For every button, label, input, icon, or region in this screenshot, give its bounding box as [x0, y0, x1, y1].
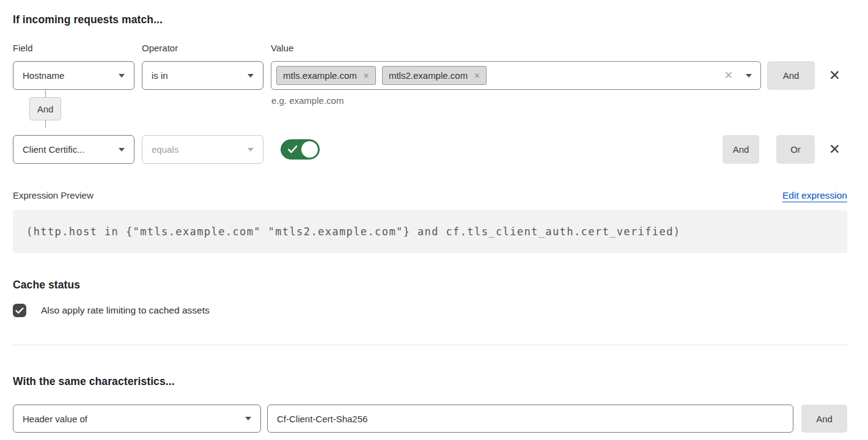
cached-assets-label: Also apply rate limiting to cached asset… — [41, 305, 210, 316]
characteristic-select-value: Header value of — [23, 414, 87, 424]
expression-preview-box: (http.host in {"mtls.example.com" "mtls2… — [13, 210, 847, 253]
value-tag: mtls2.example.com ✕ — [382, 66, 487, 85]
field-select-row2-value: Client Certific... — [23, 144, 85, 155]
expression-preview-label: Expression Preview — [13, 190, 94, 200]
condition-row-1: Hostname is in mtls.example.com ✕ mtls2.… — [13, 61, 847, 90]
remove-row2-wrap: ✕ — [822, 142, 847, 156]
expression-code: (http.host in {"mtls.example.com" "mtls2… — [26, 226, 680, 238]
operator-select-row1-value: is in — [152, 70, 168, 81]
toggle-knob — [301, 141, 318, 158]
match-section-title: If incoming requests match... — [13, 13, 847, 26]
cached-assets-checkbox[interactable] — [13, 304, 26, 317]
characteristic-select[interactable]: Header value of — [13, 405, 261, 433]
characteristics-title: With the same characteristics... — [13, 375, 847, 388]
header-name-input[interactable] — [267, 405, 793, 433]
check-icon — [15, 307, 24, 314]
and-button-row1[interactable]: And — [767, 61, 815, 90]
chevron-down-icon — [119, 74, 125, 78]
tag-remove-icon[interactable]: ✕ — [363, 72, 369, 79]
value-tag: mtls.example.com ✕ — [276, 66, 376, 85]
remove-condition-icon[interactable]: ✕ — [829, 142, 840, 156]
cache-status-title: Cache status — [13, 279, 847, 292]
chevron-down-icon — [248, 74, 254, 78]
field-column-label: Field — [13, 43, 134, 53]
field-select-row2[interactable]: Client Certific... — [13, 135, 134, 164]
value-helper-text: e.g. example.com — [271, 95, 344, 106]
edit-expression-link[interactable]: Edit expression — [782, 190, 847, 202]
rule-builder: If incoming requests match... Field Oper… — [0, 0, 868, 433]
and-button-characteristics[interactable]: And — [801, 405, 847, 433]
or-button-row2[interactable]: Or — [776, 135, 815, 164]
and-connector[interactable]: And — [29, 97, 61, 120]
expression-header: Expression Preview Edit expression — [13, 190, 847, 202]
cert-verified-toggle[interactable] — [281, 139, 320, 160]
operator-select-row1[interactable]: is in — [142, 61, 263, 90]
connector-wrap: And — [13, 90, 847, 128]
clear-value-icon[interactable]: ✕ — [724, 70, 733, 81]
characteristics-row: Header value of And — [13, 405, 847, 433]
chevron-down-icon — [245, 417, 251, 420]
operator-select-row2-value: equals — [152, 144, 178, 155]
chevron-down-icon[interactable] — [746, 74, 752, 78]
field-select-row1-value: Hostname — [23, 70, 64, 81]
chevron-down-icon — [248, 148, 254, 152]
value-tag-text: mtls.example.com — [283, 70, 357, 81]
value-multiselect-row1[interactable]: mtls.example.com ✕ mtls2.example.com ✕ ✕ — [271, 61, 761, 90]
value-column-label: Value — [271, 43, 847, 53]
field-select-row1[interactable]: Hostname — [13, 61, 134, 90]
section-divider — [13, 345, 847, 345]
remove-condition-icon[interactable]: ✕ — [829, 68, 840, 82]
condition-row-2: Client Certific... equals And Or ✕ — [13, 135, 847, 164]
check-icon — [288, 145, 298, 153]
remove-row1-wrap: ✕ — [822, 68, 847, 82]
operator-select-row2: equals — [142, 135, 263, 164]
operator-column-label: Operator — [142, 43, 263, 53]
chevron-down-icon — [119, 148, 125, 152]
cache-checkbox-row: Also apply rate limiting to cached asset… — [13, 304, 847, 317]
value-tag-text: mtls2.example.com — [389, 70, 468, 81]
tag-remove-icon[interactable]: ✕ — [474, 72, 480, 79]
and-button-row2[interactable]: And — [723, 135, 759, 164]
condition-column-labels: Field Operator Value — [13, 43, 847, 53]
value-field-wrap: mtls.example.com ✕ mtls2.example.com ✕ ✕… — [271, 61, 761, 90]
